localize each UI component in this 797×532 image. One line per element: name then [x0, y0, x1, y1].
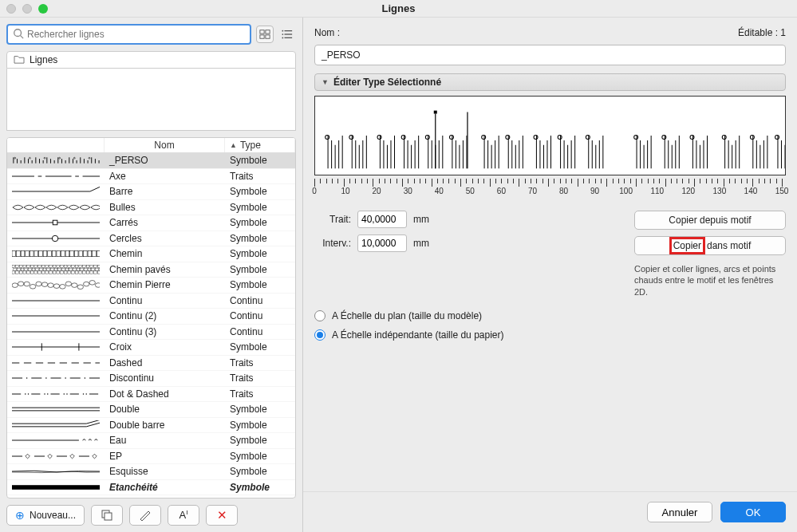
ok-button[interactable]: OK: [720, 502, 786, 522]
table-row[interactable]: Continu (2) Continu: [7, 309, 295, 325]
interv-input[interactable]: [357, 234, 407, 252]
ruler-label: 20: [373, 187, 381, 195]
list-view-button[interactable]: [278, 26, 296, 43]
svg-point-191: [64, 393, 65, 394]
svg-rect-54: [17, 251, 21, 257]
search-input[interactable]: [27, 29, 245, 40]
svg-point-192: [66, 393, 67, 394]
line-preview: [7, 387, 105, 402]
svg-rect-94: [90, 265, 93, 267]
line-name: Esquisse: [105, 466, 225, 477]
table-row[interactable]: Dashed Traits: [7, 356, 295, 372]
table-row[interactable]: Dot & Dashed Traits: [7, 387, 295, 403]
svg-rect-100: [25, 268, 28, 270]
col-preview[interactable]: [7, 138, 105, 152]
svg-rect-119: [95, 268, 98, 270]
pattern-preview-canvas[interactable]: [314, 96, 786, 175]
copy-from-pattern-button[interactable]: Copier depuis motif: [634, 211, 786, 230]
radio-icon-selected: [314, 329, 326, 341]
svg-rect-81: [41, 265, 45, 267]
table-row[interactable]: Chemin pavés Symbole: [7, 262, 295, 278]
svg-point-189: [47, 393, 48, 394]
svg-rect-60: [43, 251, 47, 257]
table-row[interactable]: Chemin Pierre Symbole: [7, 278, 295, 294]
table-row[interactable]: Barre Symbole: [7, 184, 295, 200]
table-row[interactable]: Etanchéité Symbole: [7, 480, 295, 496]
table-row[interactable]: Carrés Symbole: [7, 215, 295, 231]
rename-button[interactable]: AI: [168, 505, 199, 526]
svg-point-150: [41, 282, 47, 287]
cancel-button[interactable]: Annuler: [647, 502, 712, 522]
svg-point-155: [72, 283, 77, 288]
edit-button[interactable]: [129, 505, 161, 526]
svg-point-260: [506, 136, 510, 140]
col-nom[interactable]: Nom: [105, 138, 225, 152]
table-row[interactable]: Continu (3) Continu: [7, 325, 295, 341]
trait-input[interactable]: [357, 211, 407, 228]
left-panel: Lignes Nom ▲Type _PERSO Symbole Axe Trai…: [0, 18, 303, 532]
svg-point-33: [73, 158, 75, 160]
svg-point-272: [558, 136, 562, 140]
svg-rect-126: [30, 271, 34, 274]
editable-label: Éditable : 1: [738, 27, 786, 38]
line-preview: [7, 262, 105, 278]
table-row[interactable]: Bulles Symbole: [7, 200, 295, 216]
svg-point-179: [65, 378, 65, 379]
table-row[interactable]: _PERSO Symbole: [7, 153, 295, 169]
svg-rect-95: [94, 265, 97, 267]
name-input[interactable]: _PERSO: [314, 45, 786, 65]
svg-rect-101: [29, 268, 32, 270]
table-row[interactable]: Discontinu Traits: [7, 371, 295, 387]
line-preview: [7, 309, 105, 324]
table-row[interactable]: Continu Continu: [7, 294, 295, 309]
svg-rect-136: [68, 271, 71, 274]
svg-rect-73: [12, 265, 15, 267]
table-row[interactable]: Chemin Symbole: [7, 246, 295, 262]
line-type: Symbole: [225, 435, 295, 446]
svg-rect-84: [53, 265, 56, 267]
ruler-label: 60: [497, 187, 506, 195]
svg-rect-89: [72, 265, 75, 267]
svg-rect-121: [12, 271, 15, 274]
svg-point-224: [349, 136, 353, 140]
table-row[interactable]: Croix Symbole: [7, 340, 295, 356]
line-type: Symbole: [225, 420, 295, 431]
ruler-label: 80: [559, 187, 568, 195]
table-row[interactable]: Esquisse Symbole: [7, 464, 295, 480]
svg-rect-72: [97, 251, 100, 257]
duplicate-button[interactable]: [91, 505, 123, 526]
line-type: Symbole: [225, 404, 295, 415]
scale-independent-radio[interactable]: A Échelle indépendante (taille du papier…: [314, 329, 786, 341]
folder-tree-body[interactable]: [6, 69, 296, 131]
line-preview: [7, 433, 105, 448]
svg-rect-53: [12, 251, 16, 257]
svg-rect-142: [90, 271, 93, 274]
svg-point-11: [282, 37, 283, 39]
line-preview: [7, 215, 105, 231]
copy-to-pattern-button[interactable]: Copier dans motif: [634, 236, 786, 255]
table-row[interactable]: Eau Symbole: [7, 433, 295, 449]
scale-plan-radio[interactable]: A Échelle du plan (taille du modèle): [314, 310, 786, 321]
svg-rect-88: [68, 265, 71, 267]
svg-rect-5: [266, 35, 270, 38]
search-input-wrapper[interactable]: [6, 24, 251, 45]
svg-point-152: [53, 284, 59, 289]
col-type[interactable]: ▲Type: [225, 138, 295, 152]
line-preview: [7, 325, 105, 340]
new-button[interactable]: ⊕ Nouveau...: [6, 505, 85, 526]
svg-point-28: [59, 158, 61, 160]
table-row[interactable]: Cercles Symbole: [7, 231, 295, 247]
table-row[interactable]: Double barre Symbole: [7, 418, 295, 434]
svg-point-38: [89, 158, 90, 160]
svg-rect-55: [21, 251, 25, 257]
table-row[interactable]: Axe Traits: [7, 169, 295, 185]
breadcrumb[interactable]: Lignes: [6, 51, 296, 69]
svg-rect-92: [83, 265, 86, 267]
tree-view-button[interactable]: [256, 26, 274, 43]
section-header[interactable]: ▼ Éditer Type Sélectionné: [314, 73, 786, 91]
delete-button[interactable]: ✕: [206, 505, 238, 526]
table-row[interactable]: Double Symbole: [7, 402, 295, 418]
table-row[interactable]: EP Symbole: [7, 449, 295, 465]
svg-rect-80: [38, 265, 41, 267]
svg-point-185: [25, 393, 26, 394]
